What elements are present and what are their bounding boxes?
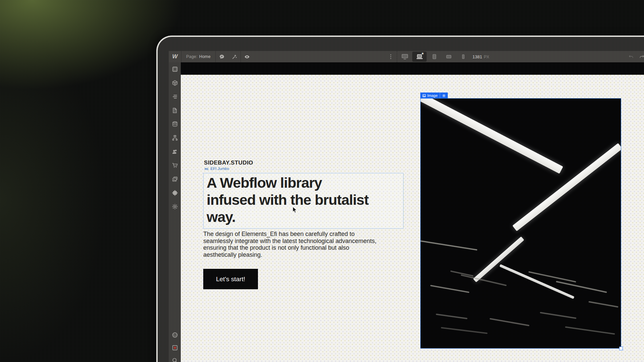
page-selector-name: Home [199, 54, 211, 59]
breakpoint-phone-icon[interactable] [456, 51, 470, 62]
heading-line: infused with the brutalist [207, 191, 400, 208]
assets-icon[interactable] [171, 175, 178, 183]
image-badge-main[interactable]: Image [420, 93, 440, 99]
cta-button-label: Let's start! [216, 276, 245, 283]
breakpoint-tablet-landscape-icon[interactable] [441, 51, 456, 62]
logic-icon[interactable] [171, 134, 178, 141]
users-icon[interactable] [171, 148, 178, 155]
top-toolbar: W Page: Home ★ [169, 51, 644, 63]
video-lessons-icon[interactable] [171, 344, 178, 351]
hero-heading[interactable]: A Webflow library infused with the bruta… [203, 173, 404, 229]
navigator-icon[interactable] [171, 93, 178, 100]
paragraph-line: aesthetically pleasing. [203, 251, 405, 258]
gear-icon [442, 94, 446, 98]
mouse-cursor [292, 206, 298, 215]
selected-element-class: EFI Jumbo [211, 167, 229, 171]
paragraph-line: ensuring that the product is not only fu… [203, 244, 405, 251]
image-settings-gear[interactable] [440, 93, 448, 99]
components-icon[interactable] [171, 79, 178, 86]
image-element-badge[interactable]: Image [420, 93, 448, 99]
page-top-black-section [181, 62, 644, 75]
settings-icon[interactable] [171, 203, 178, 210]
canvas-width-unit: PX [484, 55, 489, 59]
sidebar-bottom-group [171, 331, 178, 362]
canvas-width-indicator[interactable]: 1381PX [472, 54, 489, 59]
redo-icon[interactable] [636, 51, 644, 62]
selected-element-tag: H1 [205, 167, 209, 171]
heading-line: A Webflow library [207, 174, 400, 191]
page-selector-prefix: Page: [186, 54, 198, 59]
image-element[interactable] [420, 98, 621, 349]
cms-icon[interactable] [171, 120, 178, 128]
apps-icon[interactable] [171, 189, 178, 196]
magic-wand-icon[interactable] [228, 51, 240, 62]
hero-brand-text: SIDEBAY.STUDIO [204, 160, 253, 166]
ceiling-lights-image [421, 99, 621, 348]
heading-line: way. [207, 208, 400, 226]
preview-eye-icon[interactable] [241, 51, 253, 62]
breakpoint-desktop-icon[interactable] [397, 51, 412, 62]
cta-button[interactable]: Let's start! [203, 269, 258, 289]
resize-handle[interactable] [619, 347, 623, 350]
page-selector[interactable]: Page: Home [181, 51, 215, 62]
comment-icon[interactable] [216, 51, 228, 62]
breakpoint-star-icon: ★ [421, 52, 424, 55]
breakpoint-tablet-icon[interactable] [427, 51, 441, 62]
paragraph-line: The design of Elements_Efi has been care… [203, 231, 405, 238]
desktop-background: { "app": { "toolbar": { "logo": "W", "pa… [0, 0, 644, 362]
hero-paragraph[interactable]: The design of Elements_Efi has been care… [203, 231, 405, 258]
image-badge-label: Image [427, 94, 438, 98]
webflow-logo[interactable]: W [169, 51, 181, 62]
canvas-width-value: 1381 [472, 54, 482, 59]
add-elements-icon[interactable] [171, 65, 178, 73]
paragraph-line: seamlessly integrate with the latest tec… [203, 238, 405, 245]
image-icon [422, 94, 426, 98]
left-toolbar [169, 62, 181, 362]
search-icon[interactable] [171, 357, 178, 362]
help-icon[interactable] [171, 331, 178, 339]
ecommerce-icon[interactable] [171, 162, 178, 169]
more-kebab-icon[interactable] [384, 51, 397, 62]
breakpoint-laptop-icon[interactable]: ★ [412, 52, 427, 62]
undo-icon[interactable] [625, 51, 636, 62]
selected-element-label[interactable]: H1 EFI Jumbo [205, 167, 229, 171]
design-canvas[interactable]: SIDEBAY.STUDIO H1 EFI Jumbo A Webflow li… [181, 62, 644, 362]
designer-window: W Page: Home ★ [156, 36, 644, 362]
pages-icon[interactable] [171, 107, 178, 114]
